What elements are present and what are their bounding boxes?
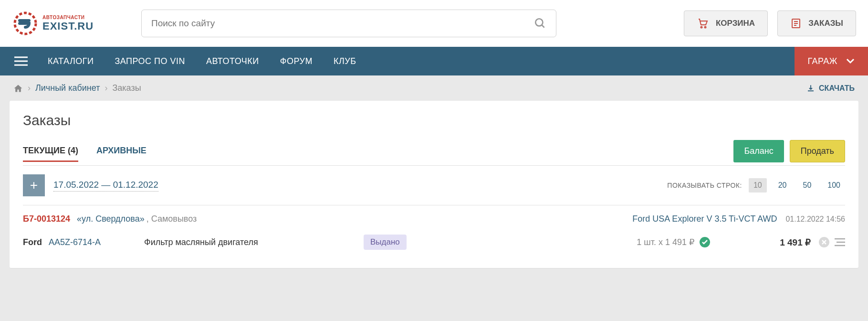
logo-title: EXIST.RU [42,20,94,32]
page-title: Заказы [23,112,845,128]
order-line: Ford AA5Z-6714-A Фильтр масляный двигате… [23,228,845,257]
download-button[interactable]: СКАЧАТЬ [806,84,855,93]
order-address[interactable]: «ул. Свердлова» [77,214,145,224]
rows-100[interactable]: 100 [823,178,845,193]
breadcrumb: › Личный кабинет › Заказы [13,83,141,93]
line-total: 1 491 ₽ [758,237,811,248]
rows-10[interactable]: 10 [749,178,767,193]
logo[interactable]: АВТОЗАПЧАСТИ EXIST.RU [12,10,94,37]
cart-label: КОРЗИНА [716,19,755,28]
rows-50[interactable]: 50 [798,178,816,193]
balance-button[interactable]: Баланс [733,140,784,162]
breadcrumb-sep: › [105,83,107,93]
orders-label: ЗАКАЗЫ [808,19,843,28]
svg-line-2 [542,25,544,27]
nav-catalogs[interactable]: КАТАЛОГИ [37,56,104,66]
date-range[interactable]: 17.05.2022 — 01.12.2022 [53,180,158,192]
svg-point-1 [535,19,543,26]
cart-button[interactable]: КОРЗИНА [684,11,768,36]
svg-point-4 [704,27,706,28]
nav-autopoints[interactable]: АВТОТОЧКИ [196,56,270,66]
search-input[interactable] [151,18,534,29]
menu-icon[interactable] [835,238,845,246]
part-brand: Ford [23,237,44,247]
nav-club[interactable]: КЛУБ [323,56,367,66]
order-header: Б7-0013124 «ул. Свердлова» , Самовывоз F… [23,205,845,228]
add-filter-button[interactable]: + [23,174,45,196]
part-code[interactable]: AA5Z-6714-A [49,237,125,247]
search-box[interactable] [141,10,556,37]
order-datetime: 01.12.2022 14:56 [785,215,845,224]
logo-gear-icon [12,10,39,37]
breadcrumb-current: Заказы [112,83,141,93]
orders-list-icon [790,18,802,29]
cart-icon [697,18,709,29]
rows-20[interactable]: 20 [774,178,792,193]
orders-button[interactable]: ЗАКАЗЫ [777,11,856,36]
svg-point-3 [701,27,702,28]
qty-price: 1 шт. x 1 491 ₽ [637,237,694,247]
home-icon[interactable] [13,84,23,93]
garage-button[interactable]: ГАРАЖ [795,47,868,75]
download-icon [806,84,815,93]
tab-current[interactable]: ТЕКУЩИЕ (4) [23,144,78,162]
order-number[interactable]: Б7-0013124 [23,214,70,224]
hamburger-icon[interactable] [14,56,28,66]
part-description: Фильтр масляный двигателя [144,237,354,247]
order-pickup: , Самовывоз [146,214,197,224]
rows-label: ПОКАЗЫВАТЬ СТРОК: [667,182,742,189]
status-badge: Выдано [364,235,407,250]
garage-label: ГАРАЖ [808,56,837,66]
nav-forum[interactable]: ФОРУМ [270,56,323,66]
tab-archive[interactable]: АРХИВНЫЕ [96,144,146,162]
close-icon[interactable] [818,236,830,248]
sell-button[interactable]: Продать [790,140,845,162]
breadcrumb-sep: › [28,83,31,93]
logo-subtitle: АВТОЗАПЧАСТИ [42,15,94,20]
nav-vin[interactable]: ЗАПРОС ПО VIN [104,56,196,66]
order-vehicle[interactable]: Ford USA Explorer V 3.5 Ti-VCT AWD [632,214,777,224]
search-icon[interactable] [534,17,546,30]
check-icon [699,236,711,248]
chevron-down-icon [846,58,855,64]
breadcrumb-personal[interactable]: Личный кабинет [35,83,100,93]
download-label: СКАЧАТЬ [819,84,855,93]
